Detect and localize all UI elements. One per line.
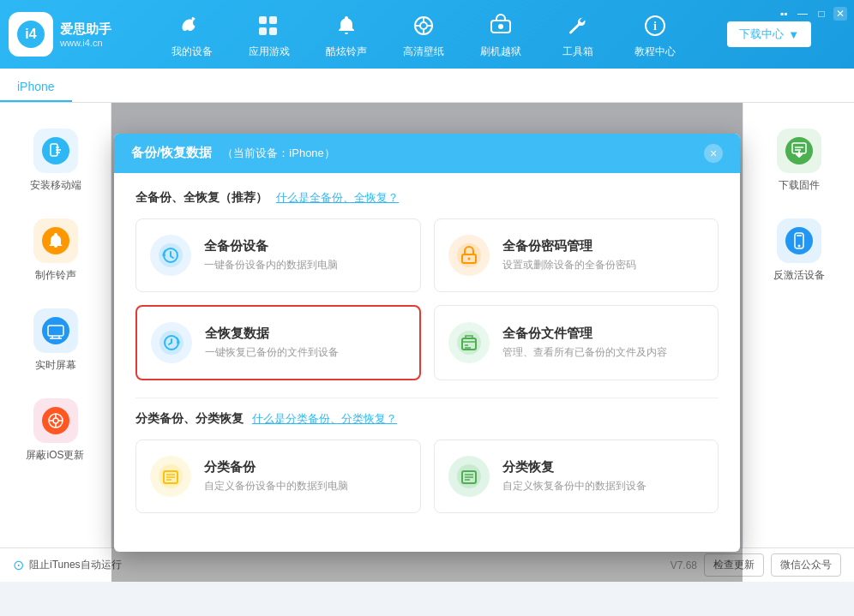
sidebar-screen-mirror[interactable]: 实时屏幕	[9, 300, 103, 381]
wallpaper-icon	[408, 10, 439, 41]
tab-iphone[interactable]: iPhone	[0, 73, 72, 102]
download-firmware-label: 下载固件	[779, 178, 820, 193]
full-backup-card[interactable]: 全备份设备 一键备份设备内的数据到电脑	[135, 218, 421, 292]
nav-tools[interactable]: 工具箱	[539, 0, 616, 69]
svg-text:i4: i4	[25, 27, 36, 41]
jailbreak-icon	[485, 10, 516, 41]
wechat-official-button[interactable]: 微信公众号	[771, 553, 841, 577]
section2-header: 分类备份、分类恢复 什么是分类备份、分类恢复？	[135, 411, 719, 427]
section2-title: 分类备份、分类恢复	[135, 411, 244, 427]
svg-point-27	[42, 407, 69, 434]
nav-ringtone-label: 酷炫铃声	[326, 45, 367, 59]
svg-point-22	[42, 317, 69, 344]
wifi-icon: ▪▪	[777, 7, 791, 21]
nav-jailbreak[interactable]: 刷机越狱	[462, 0, 539, 69]
full-backup-icon	[150, 235, 191, 276]
window-controls: ▪▪ — □ ✕	[777, 7, 847, 21]
screen-mirror-icon	[33, 308, 78, 353]
block-update-label: 屏蔽iOS更新	[26, 448, 84, 463]
nav-app-game-label: 应用游戏	[249, 45, 290, 59]
svg-rect-3	[269, 16, 277, 24]
download-btn-area: 下载中心 ▼	[727, 21, 811, 47]
category-backup-icon	[150, 456, 191, 497]
download-firmware-icon	[777, 129, 821, 173]
section2-link[interactable]: 什么是分类备份、分类恢复？	[252, 411, 397, 427]
nav-my-device-label: 我的设备	[171, 45, 213, 59]
dialog-close-button[interactable]: ×	[704, 144, 723, 163]
stop-icon: ⊙	[13, 557, 24, 573]
maximize-button[interactable]: □	[815, 7, 828, 21]
full-backup-text: 全备份设备 一键备份设备内的数据到电脑	[204, 238, 338, 272]
svg-rect-4	[259, 27, 267, 35]
download-arrow-icon: ▼	[788, 28, 799, 41]
nav-ringtone[interactable]: 酷炫铃声	[308, 0, 385, 69]
install-app-label: 安装移动端	[30, 178, 81, 193]
svg-rect-5	[269, 27, 277, 35]
itunes-label: 阻止iTunes自动运行	[29, 558, 122, 572]
nav-app-game[interactable]: 应用游戏	[231, 0, 308, 69]
full-restore-icon	[151, 322, 192, 363]
svg-text:i: i	[653, 20, 657, 33]
right-sidebar: 下载固件 反激活设备	[743, 103, 854, 582]
sidebar-ringtone[interactable]: 制作铃声	[9, 210, 103, 291]
screen-mirror-label: 实时屏幕	[35, 358, 76, 373]
center-area: ▷ 备份/恢复数据 （当前设备：iPhone） ×	[111, 103, 743, 582]
tabbar: iPhone	[0, 69, 854, 103]
category-restore-icon	[448, 456, 490, 497]
backup-restore-dialog: 备份/恢复数据 （当前设备：iPhone） × 全备份、全恢复（推荐） 什么是全…	[114, 134, 740, 552]
modal-overlay: 备份/恢复数据 （当前设备：iPhone） × 全备份、全恢复（推荐） 什么是全…	[111, 103, 743, 582]
app-icon	[254, 10, 285, 41]
section1-link[interactable]: 什么是全备份、全恢复？	[276, 190, 399, 206]
bottom-cards-grid: 分类备份 自定义备份设备中的数据到电脑	[135, 440, 719, 513]
close-button[interactable]: ✕	[833, 7, 847, 21]
password-mgmt-card[interactable]: 全备份密码管理 设置或删除设备的全备份密码	[434, 218, 719, 292]
svg-point-48	[457, 464, 481, 488]
apple-icon	[177, 10, 207, 41]
install-app-icon	[33, 129, 78, 173]
backup-file-mgmt-icon	[448, 322, 490, 363]
backup-file-mgmt-card[interactable]: 全备份文件管理 管理、查看所有已备份的文件及内容	[434, 305, 719, 380]
nav-wallpaper-label: 高清壁纸	[403, 45, 444, 59]
svg-point-39	[457, 331, 481, 355]
full-restore-text: 全恢复数据 一键恢复已备份的文件到设备	[205, 326, 339, 360]
nav-jailbreak-label: 刷机越狱	[480, 45, 521, 59]
password-mgmt-text: 全备份密码管理 设置或删除设备的全备份密码	[502, 238, 636, 272]
logo-icon: i4	[9, 12, 53, 57]
svg-point-7	[420, 22, 427, 29]
left-sidebar: 安装移动端 制作铃声	[0, 103, 111, 582]
tools-icon	[562, 10, 593, 41]
topbar: i4 爱思助手 www.i4.cn 我的设备	[0, 0, 854, 69]
ringtone-icon	[33, 218, 78, 263]
sidebar-block-update[interactable]: 屏蔽iOS更新	[9, 390, 103, 471]
nav-tutorial-label: 教程中心	[634, 45, 676, 59]
sidebar-download-firmware[interactable]: 下载固件	[752, 120, 846, 201]
minimize-button[interactable]: —	[796, 7, 809, 21]
svg-point-13	[498, 24, 503, 29]
deactivate-icon	[777, 218, 821, 263]
nav-tutorial[interactable]: i 教程中心	[616, 0, 694, 69]
backup-file-mgmt-text: 全备份文件管理 管理、查看所有已备份的文件及内容	[502, 326, 667, 360]
svg-point-43	[159, 464, 183, 488]
nav-my-device[interactable]: 我的设备	[153, 0, 231, 69]
deactivate-label: 反激活设备	[773, 268, 825, 283]
nav-items: 我的设备 应用游戏 酷炫铃声	[120, 0, 727, 69]
nav-wallpaper[interactable]: 高清壁纸	[385, 0, 462, 69]
statusbar-left: ⊙ 阻止iTunes自动运行	[13, 557, 122, 573]
sidebar-deactivate[interactable]: 反激活设备	[752, 210, 846, 291]
logo-text: 爱思助手 www.i4.cn	[60, 21, 111, 48]
dialog-title: 备份/恢复数据 （当前设备：iPhone）	[131, 145, 335, 161]
download-center-button[interactable]: 下载中心 ▼	[727, 21, 811, 47]
svg-point-16	[42, 137, 69, 164]
dialog-body: 全备份、全恢复（推荐） 什么是全备份、全恢复？	[114, 173, 740, 552]
sidebar-install-app[interactable]: 安装移动端	[9, 120, 103, 201]
svg-point-57	[785, 227, 813, 254]
category-restore-card[interactable]: 分类恢复 自定义恢复备份中的数据到设备	[434, 440, 719, 513]
logo-area: i4 爱思助手 www.i4.cn	[9, 12, 120, 57]
category-backup-card[interactable]: 分类备份 自定义备份设备中的数据到电脑	[135, 440, 421, 513]
nav-tools-label: 工具箱	[562, 45, 593, 59]
section1-header: 全备份、全恢复（推荐） 什么是全备份、全恢复？	[135, 190, 719, 206]
full-restore-card[interactable]: 全恢复数据 一键恢复已备份的文件到设备	[135, 305, 421, 380]
category-backup-text: 分类备份 自定义备份设备中的数据到电脑	[204, 459, 348, 493]
svg-point-59	[797, 245, 800, 248]
bell-icon	[331, 10, 362, 41]
